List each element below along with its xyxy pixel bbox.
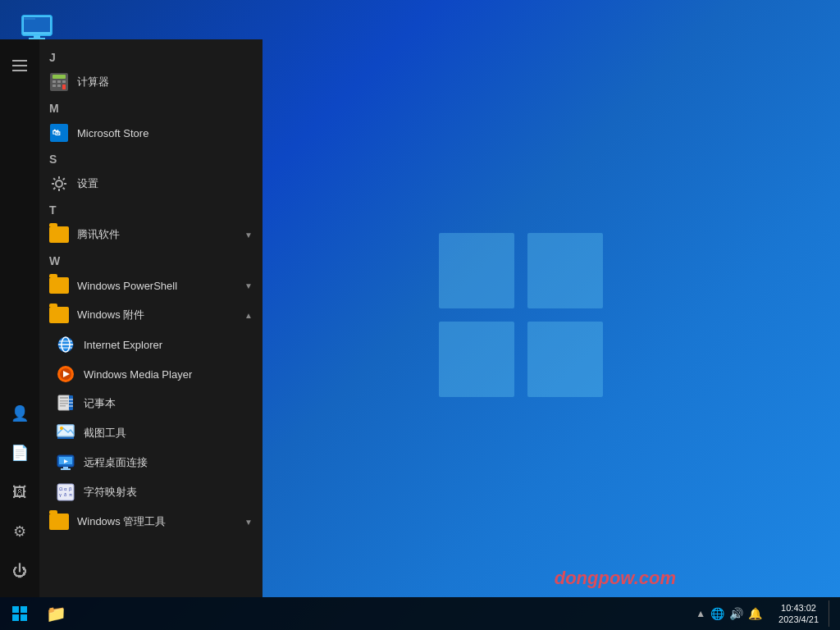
ie-icon — [56, 335, 75, 354]
wmp-label: Windows Media Player — [84, 368, 192, 381]
tencent-chevron: ▼ — [244, 231, 253, 240]
svg-rect-9 — [34, 35, 40, 38]
ms-store-label: Microsoft Store — [77, 127, 148, 139]
svg-rect-18 — [62, 80, 66, 83]
clock[interactable]: 10:43:02 2023/4/21 — [772, 602, 825, 626]
svg-rect-19 — [52, 84, 56, 87]
section-j: J — [39, 46, 262, 67]
svg-rect-11 — [12, 60, 27, 62]
app-win-accessories[interactable]: Windows 附件 ▲ — [39, 300, 262, 330]
settings-label: 设置 — [77, 176, 98, 191]
charmap-label: 字符映射表 — [84, 485, 137, 500]
network-icon[interactable]: 🌐 — [710, 607, 724, 620]
win-admin-label: Windows 管理工具 — [77, 514, 166, 529]
svg-rect-37 — [60, 403, 68, 404]
svg-rect-36 — [60, 400, 68, 402]
accessories-chevron: ▲ — [244, 311, 253, 320]
app-tencent[interactable]: 腾讯软件 ▼ — [39, 220, 262, 249]
section-s: S — [39, 148, 262, 169]
sidebar-power-button[interactable]: ⏻ — [0, 551, 39, 591]
section-t: T — [39, 199, 262, 220]
app-calculator[interactable]: 计算器 — [39, 67, 262, 97]
remote-label: 远程桌面连接 — [84, 455, 148, 470]
svg-rect-58 — [12, 606, 19, 613]
svg-rect-15 — [52, 75, 66, 79]
svg-rect-3 — [527, 322, 603, 397]
svg-rect-20 — [57, 84, 61, 87]
hamburger-icon — [12, 60, 27, 71]
svg-rect-35 — [60, 397, 68, 399]
taskbar-folder[interactable]: 📁 — [39, 597, 72, 630]
svg-rect-61 — [21, 614, 27, 621]
win-admin-chevron: ▼ — [244, 518, 253, 527]
app-wmp[interactable]: Windows Media Player — [39, 359, 262, 389]
clock-date: 2023/4/21 — [778, 614, 819, 625]
svg-rect-7 — [24, 17, 50, 32]
wmp-icon — [56, 364, 75, 384]
accessories-folder-icon — [49, 305, 69, 325]
app-list[interactable]: J 计算器 M — [39, 39, 262, 597]
svg-rect-13 — [12, 70, 27, 71]
app-remote[interactable]: 远程桌面连接 — [39, 448, 262, 477]
clock-time: 10:43:02 — [781, 602, 816, 614]
svg-text:π: π — [69, 492, 72, 497]
watermark: dongpow.com — [555, 568, 676, 589]
section-m: M — [39, 97, 262, 118]
svg-rect-0 — [439, 233, 514, 308]
tencent-label: 腾讯软件 — [77, 227, 120, 242]
settings-icon — [49, 174, 69, 194]
section-w: W — [39, 249, 262, 271]
app-snipping[interactable]: 截图工具 — [39, 418, 262, 448]
accessories-label: Windows 附件 — [77, 308, 144, 322]
tray-icons: ▲ 🌐 🔊 🔔 — [689, 607, 769, 620]
notepad-icon — [56, 394, 75, 413]
calculator-icon — [49, 72, 69, 92]
app-notepad[interactable]: 记事本 — [39, 389, 262, 418]
svg-rect-12 — [12, 65, 27, 66]
svg-rect-21 — [62, 84, 66, 89]
svg-rect-17 — [57, 80, 61, 83]
windows-logo-desktop — [439, 233, 603, 397]
app-ie[interactable]: Internet Explorer — [39, 330, 262, 359]
remote-icon — [56, 453, 75, 472]
win-admin-folder-icon — [49, 512, 69, 532]
app-powershell[interactable]: Windows PowerShell ▼ — [39, 271, 262, 300]
watermark-text: dongpow.com — [555, 568, 676, 588]
app-ms-store[interactable]: 🛍 Microsoft Store — [39, 118, 262, 148]
svg-rect-59 — [21, 606, 27, 613]
calculator-label: 计算器 — [77, 75, 109, 89]
show-hidden-icon[interactable]: ▲ — [696, 608, 705, 619]
app-charmap[interactable]: Ω α β γ δ π 字符映射表 — [39, 477, 262, 507]
desktop: 此电脑 👤 📄 🖼 ⚙ ⏻ J — [0, 0, 840, 630]
svg-point-44 — [60, 427, 63, 430]
sidebar-settings-button[interactable]: ⚙ — [0, 512, 39, 551]
sidebar-documents-button[interactable]: 📄 — [0, 433, 39, 472]
notepad-label: 记事本 — [84, 396, 116, 411]
sidebar-user-button[interactable]: 👤 — [0, 394, 39, 433]
start-menu-sidebar: 👤 📄 🖼 ⚙ ⏻ — [0, 39, 39, 597]
notification-icon[interactable]: 🔔 — [748, 607, 762, 620]
app-win-admin[interactable]: Windows 管理工具 ▼ — [39, 507, 262, 536]
svg-rect-38 — [60, 405, 66, 407]
svg-text:β: β — [69, 486, 72, 491]
svg-text:Ω: Ω — [59, 486, 63, 491]
snipping-icon — [56, 423, 75, 443]
taskbar: 📁 ▲ 🌐 🔊 🔔 10:43:02 2023/4/21 — [0, 597, 840, 630]
app-settings[interactable]: 设置 — [39, 169, 262, 199]
volume-icon[interactable]: 🔊 — [729, 607, 743, 620]
powershell-label: Windows PowerShell — [77, 280, 177, 292]
ie-label: Internet Explorer — [84, 339, 162, 351]
sidebar-pictures-button[interactable]: 🖼 — [0, 472, 39, 512]
svg-text:γ: γ — [59, 492, 62, 497]
hamburger-button[interactable] — [0, 46, 39, 85]
start-menu: 👤 📄 🖼 ⚙ ⏻ J — [0, 39, 262, 597]
powershell-chevron: ▼ — [244, 281, 253, 290]
svg-rect-48 — [63, 467, 68, 468]
show-desktop-button[interactable] — [829, 600, 833, 627]
start-button[interactable] — [0, 597, 39, 630]
svg-text:α: α — [64, 486, 67, 491]
powershell-folder-icon — [49, 276, 69, 295]
svg-text:🛍: 🛍 — [52, 128, 61, 137]
snipping-label: 截图工具 — [84, 426, 126, 441]
windows-start-icon — [12, 606, 27, 621]
